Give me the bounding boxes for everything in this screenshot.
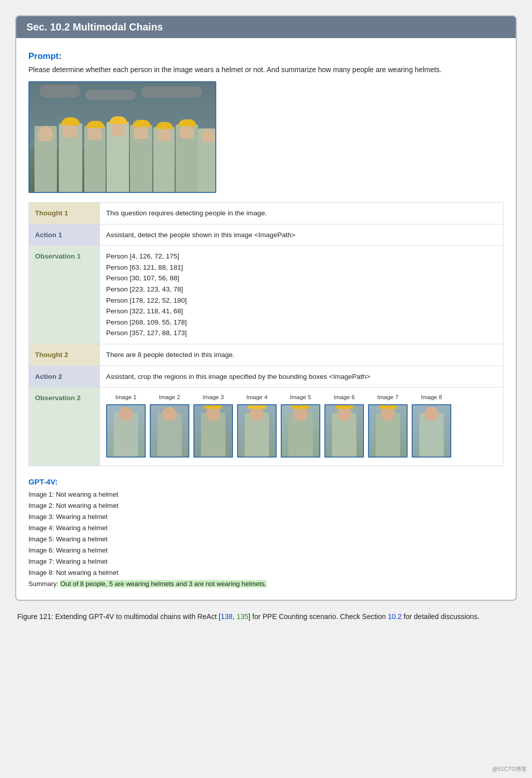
prompt-text: Please determine whether each person in …: [28, 64, 504, 75]
obs-img-1: [106, 404, 146, 458]
gpt4v-section: GPT-4V: Image 1: Not wearing a helmet Im…: [16, 471, 516, 590]
caption-ref3[interactable]: 10.2: [388, 612, 402, 621]
observation2-content: Image 1: [100, 387, 504, 466]
caption-text-before: Figure 121: Extending GPT-4V to multimod…: [17, 612, 221, 621]
action2-content: Assistant, crop the regions in this imag…: [100, 366, 504, 387]
main-image: [28, 81, 216, 193]
obs-img-2: [150, 404, 189, 458]
obs-image-group-7: Image 7: [368, 393, 408, 457]
table-row: Action 1 Assistant, detect the people sh…: [29, 224, 504, 246]
observation1-label: Observation 1: [29, 246, 100, 344]
action1-label: Action 1: [29, 224, 100, 246]
observation1-content: Person [4, 126, 72, 175] Person [63, 121…: [100, 246, 504, 344]
main-card: Sec. 10.2 Multimodal Chains Prompt: Plea…: [15, 15, 517, 601]
gpt4v-label: GPT-4V:: [28, 477, 504, 486]
action1-content: Assistant, detect the people shown in th…: [100, 224, 504, 246]
obs-img-4: [237, 404, 277, 458]
obs-image-group-4: Image 4: [237, 393, 277, 457]
gpt4v-result-1: Image 1: Not wearing a helmet: [28, 489, 504, 500]
gpt4v-result-4: Image 4: Wearing a helmet: [28, 523, 504, 534]
obs-image-label-4: Image 4: [246, 393, 268, 402]
gpt4v-result-5: Image 5: Wearing a helmet: [28, 534, 504, 545]
caption-mid1: ,: [232, 612, 237, 621]
table-row: Action 2 Assistant, crop the regions in …: [29, 366, 504, 387]
thought1-label: Thought 1: [29, 203, 100, 224]
obs-image-group-1: Image 1: [106, 393, 146, 457]
main-image-container: [28, 81, 504, 193]
gpt4v-result-2: Image 2: Not wearing a helmet: [28, 500, 504, 511]
obs-image-label-8: Image 8: [421, 393, 442, 402]
obs-image-label-2: Image 2: [159, 393, 180, 402]
obs-image-label-3: Image 3: [203, 393, 224, 402]
obs-image-label-7: Image 7: [377, 393, 398, 402]
obs-image-group-8: Image 8: [412, 393, 451, 457]
card-header-title: Sec. 10.2 Multimodal Chains: [26, 21, 163, 33]
caption-ref1[interactable]: 138: [221, 612, 232, 621]
obs-image-group-2: Image 2: [150, 393, 189, 457]
obs-img-3: [193, 404, 233, 458]
gpt4v-summary: Summary: Out of 8 people, 5 are wearing …: [28, 578, 504, 590]
action2-label: Action 2: [29, 366, 100, 387]
obs-image-group-6: Image 6: [324, 393, 364, 457]
gpt4v-result-8: Image 8: Not wearing a helmet: [28, 567, 504, 578]
gpt4v-result-7: Image 7: Wearing a helmet: [28, 556, 504, 567]
obs-image-label-1: Image 1: [115, 393, 137, 402]
table-row: Observation 2 Image 1: [29, 387, 504, 466]
page-wrapper: Sec. 10.2 Multimodal Chains Prompt: Plea…: [10, 10, 522, 628]
obs-image-group-3: Image 3: [193, 393, 233, 457]
summary-prefix: Summary:: [28, 580, 60, 588]
caption-ref2[interactable]: 135: [237, 612, 248, 621]
summary-highlight: Out of 8 people, 5 are wearing helmets a…: [60, 580, 267, 588]
workers-scene: [29, 82, 215, 192]
obs-image-label-6: Image 6: [334, 393, 355, 402]
obs-img-6: [324, 404, 364, 458]
thought2-label: Thought 2: [29, 344, 100, 366]
caption-mid2: ] for PPE Counting scenario. Check Secti…: [248, 612, 388, 621]
caption-after: for detailed discussions.: [402, 612, 479, 621]
thought2-content: There are 8 people detected in this imag…: [100, 344, 504, 366]
table-row: Observation 1 Person [4, 126, 72, 175] P…: [29, 246, 504, 344]
obs-img-7: [368, 404, 408, 458]
gpt4v-results: Image 1: Not wearing a helmet Image 2: N…: [28, 489, 504, 590]
obs-img-5: [281, 404, 320, 458]
gpt4v-result-6: Image 6: Wearing a helmet: [28, 545, 504, 556]
card-header: Sec. 10.2 Multimodal Chains: [16, 16, 516, 38]
chain-table: Thought 1 This question requires detecti…: [28, 202, 504, 466]
thought1-content: This question requires detecting people …: [100, 203, 504, 224]
obs-image-group-5: Image 5: [281, 393, 320, 457]
observation2-images: Image 1: [106, 393, 497, 457]
observation2-label: Observation 2: [29, 387, 100, 466]
card-body: Prompt: Please determine whether each pe…: [16, 46, 516, 471]
table-row: Thought 1 This question requires detecti…: [29, 203, 504, 224]
obs-img-8: [412, 404, 451, 458]
figure-caption: Figure 121: Extending GPT-4V to multimod…: [15, 611, 517, 622]
prompt-label: Prompt:: [28, 51, 504, 61]
obs-image-label-5: Image 5: [290, 393, 311, 402]
gpt4v-result-3: Image 3: Wearing a helmet: [28, 511, 504, 523]
table-row: Thought 2 There are 8 people detected in…: [29, 344, 504, 366]
